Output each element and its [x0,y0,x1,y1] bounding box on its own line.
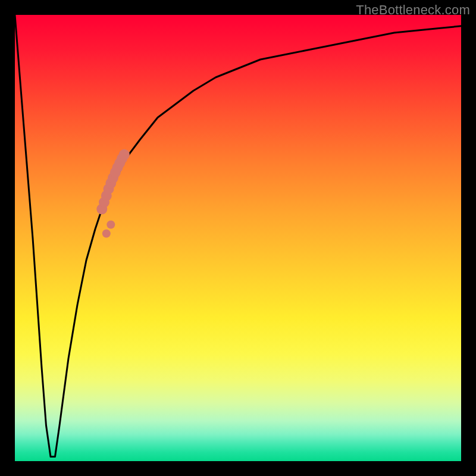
chart-frame: TheBottleneck.com [0,0,476,476]
highlight-marker [102,230,111,238]
highlight-marker [107,221,115,229]
bottleneck-curve-line [15,15,461,457]
highlighted-marker-group [96,149,130,238]
highlight-marker [119,149,130,160]
attribution-text: TheBottleneck.com [356,2,470,18]
chart-svg-layer [15,15,461,461]
